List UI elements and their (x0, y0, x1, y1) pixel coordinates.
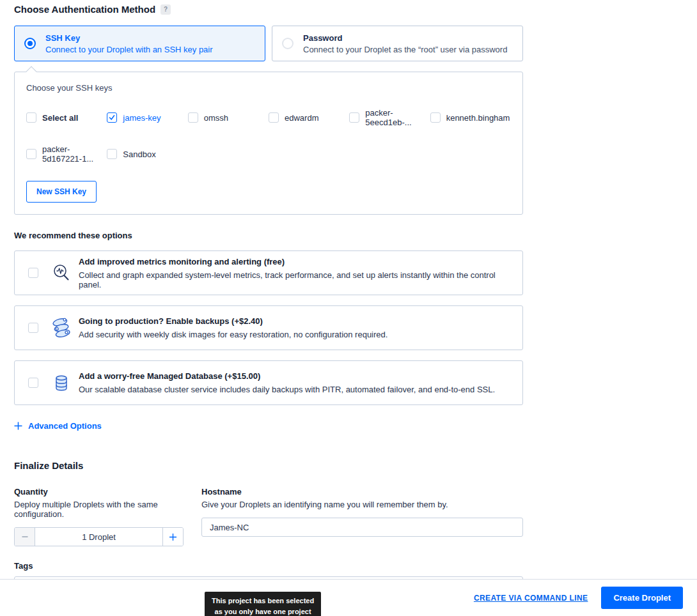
details-row: Quantity Deploy multiple Droplets with t… (14, 487, 523, 546)
hostname-input[interactable] (201, 518, 523, 537)
recommend-section-title: We recommend these options (14, 231, 523, 240)
plus-icon (14, 422, 22, 430)
managed-database-icon (47, 375, 76, 391)
option-title: Add improved metrics monitoring and aler… (79, 257, 513, 266)
ssh-key-list: Select all james-key omssh edwardm packe… (26, 108, 511, 164)
ssh-key-sandbox[interactable]: Sandbox (107, 144, 187, 164)
ssh-key-omssh[interactable]: omssh (188, 108, 269, 127)
backups-icon (47, 315, 76, 341)
ssh-key-kenneth-bingham[interactable]: kenneth.bingham (430, 108, 511, 127)
create-via-command-line-link[interactable]: CREATE VIA COMMAND LINE (474, 594, 588, 603)
checkbox-icon[interactable] (28, 323, 38, 333)
tags-label: Tags (14, 561, 523, 571)
checkbox-icon[interactable] (28, 268, 38, 278)
radio-unselected-icon[interactable] (282, 38, 294, 49)
advanced-options-link[interactable]: Advanced Options (14, 421, 102, 431)
quantity-label: Quantity (14, 487, 184, 497)
radio-selected-icon[interactable] (24, 38, 36, 49)
advanced-options-label: Advanced Options (28, 421, 102, 431)
new-ssh-key-button[interactable]: New SSH Key (26, 181, 97, 203)
checkbox-icon[interactable] (26, 112, 36, 123)
ssh-key-james-key[interactable]: james-key (107, 108, 187, 127)
option-card-metrics[interactable]: Add improved metrics monitoring and aler… (14, 250, 523, 295)
metrics-monitoring-icon (47, 263, 76, 282)
option-description: Collect and graph expanded system-level … (79, 270, 513, 289)
auth-section-title-text: Choose Authentication Method (14, 4, 155, 15)
ssh-keys-panel: Choose your SSH keys Select all james-ke… (14, 72, 523, 215)
ssh-key-select-all[interactable]: Select all (26, 108, 107, 127)
hostname-description: Give your Droplets an identifying name y… (201, 500, 523, 509)
checkbox-icon[interactable] (269, 112, 279, 123)
option-title: Going to production? Enable backups (+$2… (79, 316, 388, 326)
quantity-description: Deploy multiple Droplets with the same c… (14, 500, 184, 519)
checkbox-icon[interactable] (28, 378, 38, 388)
ssh-key-packer-5eecd1eb[interactable]: packer-5eecd1eb-... (349, 108, 430, 127)
panel-notch (26, 66, 37, 77)
auth-option-description: Connect to your Droplet as the “root” us… (303, 45, 507, 54)
quantity-increment-button[interactable] (162, 528, 183, 546)
quantity-stepper: 1 Droplet (14, 527, 184, 546)
checkbox-icon[interactable] (188, 112, 198, 123)
plus-icon (169, 533, 177, 541)
option-description: Our scalable database cluster service in… (79, 385, 495, 394)
auth-method-options: SSH Key Connect to your Droplet with an … (14, 26, 523, 61)
tooltip-text: This project has been selected (212, 596, 314, 606)
checkbox-icon[interactable] (430, 112, 441, 123)
project-tooltip: This project has been selected as you on… (205, 592, 321, 616)
help-icon[interactable]: ? (161, 4, 171, 15)
auth-option-password[interactable]: Password Connect to your Droplet as the … (272, 26, 523, 61)
checkbox-icon[interactable] (26, 149, 36, 159)
ssh-keys-label: Choose your SSH keys (26, 83, 511, 93)
auth-option-title: SSH Key (45, 33, 213, 43)
checkbox-icon[interactable] (349, 112, 359, 123)
finalize-section-title: Finalize Details (14, 460, 523, 471)
auth-option-description: Connect to your Droplet with an SSH key … (45, 45, 213, 54)
minus-icon (21, 533, 29, 541)
option-card-backups[interactable]: Going to production? Enable backups (+$2… (14, 305, 523, 350)
footer-bar: CREATE VIA COMMAND LINE Create Droplet (0, 579, 697, 616)
quantity-field-group: Quantity Deploy multiple Droplets with t… (14, 487, 184, 546)
ssh-key-packer-5d167221[interactable]: packer-5d167221-1... (26, 144, 107, 164)
quantity-value: 1 Droplet (35, 528, 162, 546)
hostname-label: Hostname (201, 487, 523, 497)
auth-option-title: Password (303, 33, 507, 43)
option-description: Add security with weekly disk images for… (79, 330, 388, 339)
create-droplet-form: Choose Authentication Method ? SSH Key C… (14, 0, 523, 616)
checkbox-checked-icon[interactable] (107, 112, 117, 123)
create-droplet-button[interactable]: Create Droplet (601, 587, 683, 609)
option-title: Add a worry-free Managed Database (+$15.… (79, 371, 495, 381)
hostname-field-group: Hostname Give your Droplets an identifyi… (201, 487, 523, 546)
quantity-decrement-button[interactable] (15, 528, 35, 546)
ssh-key-edwardm[interactable]: edwardm (269, 108, 349, 127)
tooltip-text: as you only have one project (212, 606, 314, 616)
check-icon (109, 114, 115, 121)
auth-section-title: Choose Authentication Method ? (14, 4, 523, 15)
checkbox-icon[interactable] (107, 149, 117, 159)
auth-option-ssh-key[interactable]: SSH Key Connect to your Droplet with an … (14, 26, 265, 61)
option-card-managed-database[interactable]: Add a worry-free Managed Database (+$15.… (14, 360, 523, 405)
